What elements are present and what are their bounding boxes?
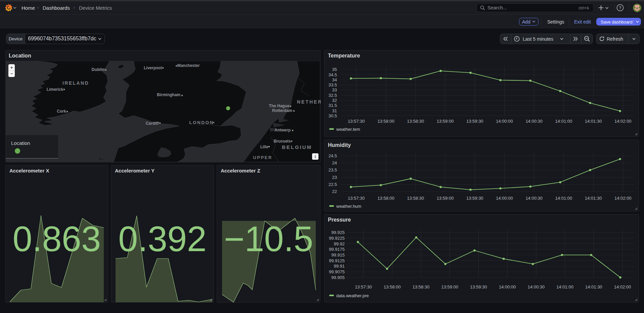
svg-text:30.5: 30.5 [329, 113, 337, 118]
svg-text:22.5: 22.5 [329, 182, 337, 187]
svg-text:13:58:00: 13:58:00 [377, 196, 394, 201]
svg-text:14:00:30: 14:00:30 [525, 196, 543, 201]
svg-text:32: 32 [332, 98, 337, 103]
svg-text:24: 24 [332, 160, 337, 165]
svg-text:99.905: 99.905 [331, 275, 345, 280]
svg-text:14:01:30: 14:01:30 [585, 196, 602, 201]
svg-text:13:57:30: 13:57:30 [348, 196, 365, 201]
svg-text:14:00:00: 14:00:00 [499, 284, 516, 289]
svg-text:99.915: 99.915 [331, 252, 345, 258]
svg-text:13:59:00: 13:59:00 [441, 284, 458, 289]
svg-text:33: 33 [332, 87, 337, 92]
svg-text:weather.hum: weather.hum [336, 204, 361, 209]
svg-text:13:57:30: 13:57:30 [355, 284, 372, 289]
svg-text:14:00:00: 14:00:00 [496, 119, 513, 124]
svg-text:?: ? [619, 6, 621, 10]
svg-text:33.5: 33.5 [329, 82, 337, 87]
svg-text:99.9075: 99.9075 [329, 269, 345, 274]
svg-text:34: 34 [332, 77, 337, 82]
svg-text:14:01:00: 14:01:00 [556, 284, 573, 289]
svg-text:22: 22 [332, 189, 337, 194]
svg-text:32.5: 32.5 [329, 93, 337, 98]
svg-text:14:01:00: 14:01:00 [555, 119, 572, 124]
svg-text:13:59:00: 13:59:00 [437, 119, 454, 124]
svg-text:13:58:30: 13:58:30 [413, 284, 430, 289]
svg-text:31.5: 31.5 [329, 103, 337, 108]
svg-text:14:02:00: 14:02:00 [614, 196, 632, 201]
svg-text:13:58:00: 13:58:00 [384, 284, 401, 289]
svg-text:data.weather.pre: data.weather.pre [336, 293, 369, 298]
svg-text:23: 23 [332, 175, 337, 180]
svg-text:99.9225: 99.9225 [329, 236, 345, 241]
svg-text:99.9125: 99.9125 [329, 258, 345, 263]
svg-text:34.5: 34.5 [329, 72, 337, 77]
svg-text:35: 35 [332, 67, 337, 72]
svg-text:14:00:30: 14:00:30 [528, 284, 545, 289]
svg-text:99.925: 99.925 [331, 230, 345, 235]
svg-text:13:59:30: 13:59:30 [470, 284, 487, 289]
svg-text:13:58:00: 13:58:00 [377, 119, 394, 124]
svg-text:14:02:00: 14:02:00 [614, 119, 632, 124]
svg-text:24.5: 24.5 [329, 153, 337, 158]
svg-text:99.9175: 99.9175 [329, 247, 345, 252]
svg-text:13:59:00: 13:59:00 [437, 196, 454, 201]
svg-text:13:58:30: 13:58:30 [407, 119, 424, 124]
svg-text:23.5: 23.5 [329, 167, 337, 172]
svg-text:14:01:30: 14:01:30 [585, 119, 602, 124]
svg-text:14:00:30: 14:00:30 [525, 119, 543, 124]
svg-text:13:58:30: 13:58:30 [407, 196, 424, 201]
svg-text:14:01:00: 14:01:00 [555, 196, 572, 201]
svg-text:14:02:00: 14:02:00 [614, 284, 631, 289]
svg-text:14:00:00: 14:00:00 [496, 196, 513, 201]
svg-text:31: 31 [332, 108, 337, 113]
svg-text:13:59:30: 13:59:30 [466, 196, 483, 201]
svg-text:13:57:30: 13:57:30 [348, 119, 365, 124]
svg-text:13:59:30: 13:59:30 [466, 119, 483, 124]
svg-text:99.91: 99.91 [334, 264, 345, 269]
svg-text:14:01:30: 14:01:30 [585, 284, 602, 289]
svg-text:99.92: 99.92 [334, 241, 345, 246]
svg-text:weather.tem: weather.tem [336, 127, 360, 132]
